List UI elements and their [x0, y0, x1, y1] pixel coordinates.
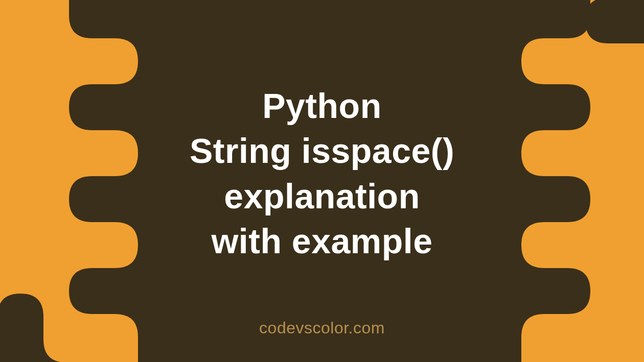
title-line-1: Python: [262, 86, 381, 125]
title-line-3: explanation: [224, 177, 420, 215]
title-line-2: String isspace(): [190, 131, 454, 170]
main-title: Python String isspace() explanation with…: [190, 83, 454, 264]
content-wrapper: Python String isspace() explanation with…: [0, 0, 644, 362]
title-line-4: with example: [211, 222, 432, 260]
watermark-text: codevscolor.com: [259, 319, 385, 337]
